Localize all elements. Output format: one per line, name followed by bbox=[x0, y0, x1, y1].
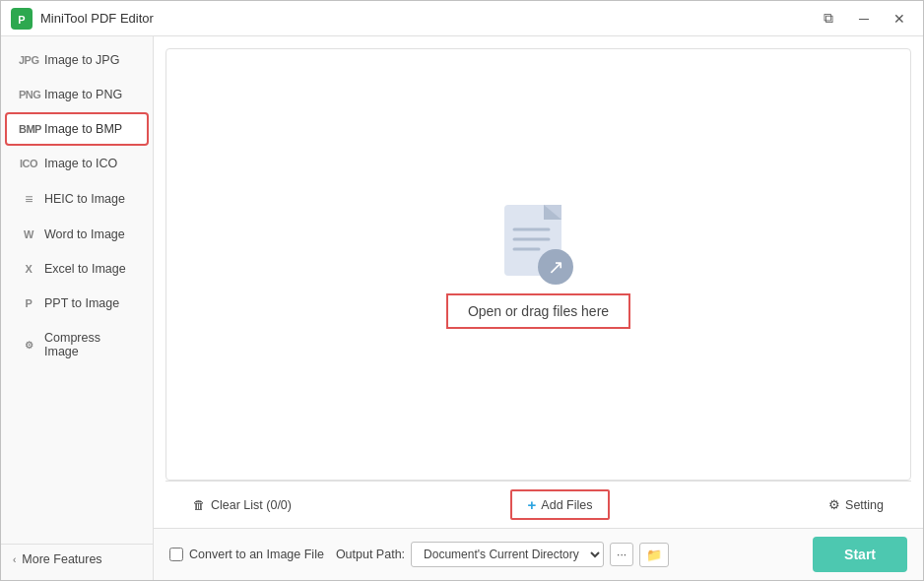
bottom-bar: Convert to an Image File Output Path: Do… bbox=[154, 528, 923, 580]
restore-button[interactable]: ⧉ bbox=[815, 5, 842, 32]
sidebar-label-excel-to-image: Excel to Image bbox=[44, 262, 126, 276]
convert-checkbox[interactable] bbox=[169, 548, 183, 561]
chevron-left-icon: ‹ bbox=[13, 554, 16, 565]
sidebar: JPGImage to JPGPNGImage to PNGBMPImage t… bbox=[1, 36, 154, 580]
output-path-label: Output Path: bbox=[336, 548, 405, 561]
app-title: MiniTool PDF Editor bbox=[40, 11, 815, 26]
sidebar-item-ppt-to-image[interactable]: PPPT to Image bbox=[5, 287, 149, 320]
sidebar-label-image-to-bmp: Image to BMP bbox=[44, 122, 122, 136]
svg-text:↗: ↗ bbox=[547, 256, 563, 278]
sidebar-item-image-to-bmp[interactable]: BMPImage to BMP bbox=[5, 112, 149, 146]
convert-checkbox-label[interactable]: Convert to an Image File bbox=[169, 548, 324, 561]
setting-label: Setting bbox=[845, 498, 884, 512]
output-path-folder-button[interactable]: 📁 bbox=[639, 543, 669, 567]
sidebar-label-image-to-jpg: Image to JPG bbox=[44, 53, 119, 67]
sidebar-item-image-to-jpg[interactable]: JPGImage to JPG bbox=[5, 43, 149, 77]
sidebar-icon-image-to-ico: ICO bbox=[19, 158, 38, 169]
close-button[interactable]: ✕ bbox=[886, 5, 913, 32]
sidebar-item-excel-to-image[interactable]: XExcel to Image bbox=[5, 252, 149, 286]
output-path-dots-button[interactable]: ··· bbox=[610, 543, 633, 566]
add-files-label: Add Files bbox=[541, 498, 592, 512]
svg-text:P: P bbox=[18, 14, 25, 26]
main-layout: JPGImage to JPGPNGImage to PNGBMPImage t… bbox=[1, 36, 923, 580]
sidebar-icon-ppt-to-image: P bbox=[19, 297, 38, 309]
more-features-label: More Features bbox=[22, 552, 101, 566]
sidebar-label-image-to-ico: Image to ICO bbox=[44, 157, 117, 170]
drop-text[interactable]: Open or drag files here bbox=[446, 293, 630, 329]
app-window: P MiniTool PDF Editor ⧉ ─ ✕ JPGImage to … bbox=[0, 0, 924, 581]
sidebar-item-heic-to-image[interactable]: ≡HEIC to Image bbox=[5, 181, 149, 217]
window-controls: ⧉ ─ ✕ bbox=[815, 5, 913, 32]
sidebar-item-image-to-png[interactable]: PNGImage to PNG bbox=[5, 78, 149, 111]
app-logo: P bbox=[11, 8, 33, 30]
gear-icon: ⚙ bbox=[828, 497, 840, 512]
minimize-button[interactable]: ─ bbox=[850, 5, 878, 32]
sidebar-label-compress-image: Compress Image bbox=[44, 331, 135, 358]
drop-zone[interactable]: ↗ Open or drag files here bbox=[165, 48, 911, 481]
trash-icon: 🗑 bbox=[193, 498, 206, 512]
sidebar-item-image-to-ico[interactable]: ICOImage to ICO bbox=[5, 147, 149, 180]
setting-button[interactable]: ⚙ Setting bbox=[817, 492, 895, 517]
sidebar-icon-excel-to-image: X bbox=[19, 263, 38, 275]
sidebar-icon-compress-image: ⚙ bbox=[19, 340, 38, 351]
output-path-select[interactable]: Document's Current Directory Custom Dire… bbox=[411, 542, 604, 567]
plus-icon: + bbox=[528, 496, 537, 513]
sidebar-label-heic-to-image: HEIC to Image bbox=[44, 192, 125, 206]
sidebar-label-word-to-image: Word to Image bbox=[44, 227, 125, 241]
titlebar: P MiniTool PDF Editor ⧉ ─ ✕ bbox=[1, 1, 923, 36]
toolbar: 🗑 Clear List (0/0) + Add Files ⚙ Setting bbox=[165, 481, 911, 528]
more-features-item[interactable]: ‹ More Features bbox=[1, 544, 153, 574]
clear-list-label: Clear List (0/0) bbox=[211, 498, 292, 512]
convert-label-text: Convert to an Image File bbox=[189, 548, 324, 561]
sidebar-icon-word-to-image: W bbox=[19, 228, 38, 240]
output-path-section: Output Path: Document's Current Director… bbox=[336, 542, 669, 567]
sidebar-icon-image-to-jpg: JPG bbox=[19, 54, 38, 66]
sidebar-label-image-to-png: Image to PNG bbox=[44, 88, 122, 101]
clear-list-button[interactable]: 🗑 Clear List (0/0) bbox=[181, 493, 303, 517]
sidebar-item-compress-image[interactable]: ⚙Compress Image bbox=[5, 321, 149, 368]
drop-zone-icon: ↗ bbox=[495, 200, 583, 293]
content-area: ↗ Open or drag files here 🗑 Clear List (… bbox=[154, 36, 923, 580]
sidebar-item-word-to-image[interactable]: WWord to Image bbox=[5, 218, 149, 251]
start-button[interactable]: Start bbox=[813, 537, 907, 572]
add-files-button[interactable]: + Add Files bbox=[510, 489, 611, 520]
sidebar-icon-image-to-bmp: BMP bbox=[19, 123, 38, 135]
sidebar-label-ppt-to-image: PPT to Image bbox=[44, 296, 119, 310]
sidebar-icon-image-to-png: PNG bbox=[19, 89, 38, 100]
sidebar-icon-heic-to-image: ≡ bbox=[19, 191, 38, 207]
